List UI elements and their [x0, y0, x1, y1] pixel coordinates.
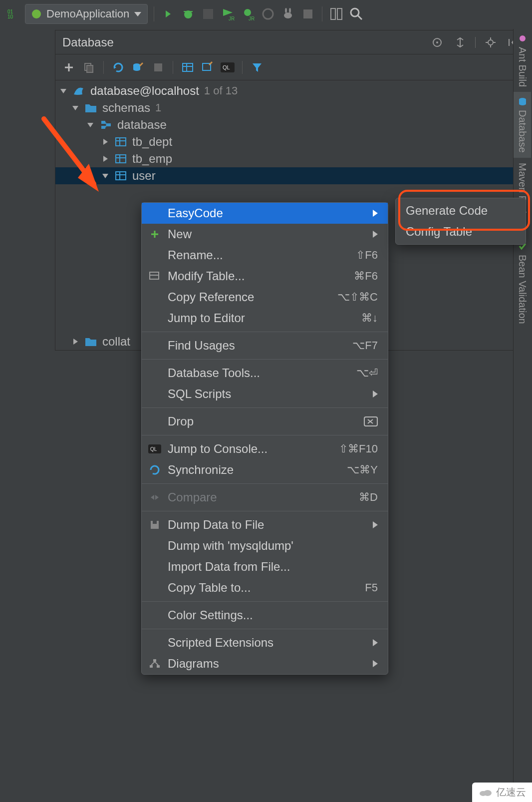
chevron-right-icon[interactable]: [101, 139, 109, 145]
svg-point-13: [289, 8, 291, 13]
tree-schema-node[interactable]: database: [55, 116, 529, 133]
search-icon[interactable]: [348, 6, 364, 22]
svg-rect-44: [107, 123, 111, 126]
diagram-icon: [148, 659, 162, 669]
refresh-icon[interactable]: [111, 60, 126, 75]
table-icon[interactable]: [180, 60, 195, 75]
tree-table-node[interactable]: tb_dept: [55, 133, 529, 150]
menu-item-sql-scripts[interactable]: SQL Scripts: [142, 384, 388, 404]
menu-item-color-settings[interactable]: Color Settings...: [142, 605, 388, 626]
menu-item-import-data[interactable]: Import Data from File...: [142, 556, 388, 577]
submenu-label: Config Table: [406, 225, 516, 239]
datasource-label: database@localhost: [90, 84, 199, 98]
refresh-icon: [148, 464, 162, 475]
chevron-down-icon: [134, 12, 141, 16]
run-icon[interactable]: [160, 6, 176, 22]
svg-rect-15: [331, 8, 335, 19]
table-edit-icon: [148, 271, 162, 281]
submenu-easycode: Generate Code Config Table: [395, 198, 526, 245]
profiler-icon[interactable]: [260, 6, 276, 22]
debug-jr-icon[interactable]: JR: [240, 6, 256, 22]
menu-item-copy-table[interactable]: Copy Table to... F5: [142, 577, 388, 598]
side-tab-bean-validation[interactable]: Bean Validation: [514, 237, 531, 329]
menu-label: New: [168, 227, 367, 241]
svg-point-22: [488, 40, 493, 45]
menu-item-rename[interactable]: Rename... ⇧F6: [142, 245, 388, 266]
svg-text:10: 10: [7, 14, 13, 19]
menu-shortcut: ⌥F7: [352, 339, 378, 352]
split-icon[interactable]: [452, 34, 468, 50]
menu-item-easycode[interactable]: EasyCode: [142, 203, 388, 224]
console-badge-icon[interactable]: QL: [220, 60, 235, 75]
main-toolbar: 0110 DemoApplication JR JR: [0, 0, 532, 28]
svg-rect-47: [116, 138, 126, 146]
layout-icon[interactable]: [328, 6, 344, 22]
menu-item-dump-to-file[interactable]: Dump Data to File: [142, 514, 388, 535]
menu-item-drop[interactable]: Drop: [142, 411, 388, 432]
schema-label: database: [117, 118, 167, 132]
chevron-right-icon: [373, 210, 378, 217]
menu-item-find-usages[interactable]: Find Usages ⌥F7: [142, 335, 388, 356]
gear-icon[interactable]: [483, 34, 499, 50]
tree-table-node[interactable]: tb_emp: [55, 150, 529, 167]
menu-separator: [142, 511, 388, 511]
menu-item-synchronize[interactable]: Synchronize ⌥⌘Y: [142, 459, 388, 480]
tree-schemas-node[interactable]: schemas 1: [55, 99, 529, 116]
svg-rect-53: [116, 172, 126, 180]
datasource-props-icon[interactable]: [131, 60, 146, 75]
tree-table-node-selected[interactable]: user: [55, 167, 529, 184]
binary-download-icon[interactable]: 0110: [5, 6, 21, 22]
copy-icon[interactable]: [81, 60, 96, 75]
menu-item-new[interactable]: New: [142, 224, 388, 245]
filter-icon[interactable]: [250, 60, 265, 75]
side-tab-ant-build[interactable]: Ant Build: [514, 29, 531, 92]
chevron-right-icon[interactable]: [101, 156, 109, 162]
chevron-down-icon[interactable]: [101, 174, 109, 178]
rabbit-icon[interactable]: [280, 6, 296, 22]
add-icon[interactable]: [61, 60, 76, 75]
stop-square-icon[interactable]: [151, 60, 166, 75]
menu-item-scripted-extensions[interactable]: Scripted Extensions: [142, 632, 388, 653]
menu-item-diagrams[interactable]: Diagrams: [142, 653, 388, 674]
run-configuration-selector[interactable]: DemoApplication: [25, 4, 148, 24]
separator: [173, 61, 173, 74]
svg-rect-16: [337, 8, 342, 19]
chevron-down-icon[interactable]: [71, 106, 79, 110]
chevron-down-icon[interactable]: [86, 123, 94, 127]
submenu-item-config-table[interactable]: Config Table: [396, 221, 526, 242]
collations-label: collat: [102, 335, 130, 349]
svg-rect-71: [157, 665, 160, 668]
menu-item-jump-to-console[interactable]: QL Jump to Console... ⇧⌘F10: [142, 438, 388, 459]
menu-item-dump-mysqldump[interactable]: Dump with 'mysqldump': [142, 535, 388, 556]
chevron-down-icon[interactable]: [59, 89, 67, 93]
menu-item-database-tools[interactable]: Database Tools... ⌥⏎: [142, 363, 388, 384]
target-icon[interactable]: [429, 34, 445, 50]
mysql-dolphin-icon: [72, 84, 85, 97]
edit-table-icon[interactable]: [200, 60, 215, 75]
debug-icon[interactable]: [180, 6, 196, 22]
menu-label: Compare: [168, 490, 353, 504]
menu-label: Color Settings...: [168, 608, 378, 622]
side-tab-database[interactable]: Database: [514, 92, 531, 158]
menu-item-copy-reference[interactable]: Copy Reference ⌥⇧⌘C: [142, 287, 388, 308]
ant-icon: [518, 34, 527, 43]
menu-separator: [142, 359, 388, 360]
separator: [103, 61, 104, 74]
folder-icon: [84, 101, 97, 114]
tree-datasource-node[interactable]: database@localhost 1 of 13: [55, 82, 529, 99]
stop-icon[interactable]: [300, 6, 316, 22]
chevron-right-icon: [373, 660, 378, 667]
coverage-icon[interactable]: [200, 6, 216, 22]
menu-separator: [142, 435, 388, 435]
menu-label: Database Tools...: [168, 366, 350, 380]
side-tab-label: Ant Build: [517, 47, 528, 87]
menu-item-jump-to-editor[interactable]: Jump to Editor ⌘↓: [142, 308, 388, 329]
chevron-right-icon[interactable]: [71, 339, 79, 345]
submenu-item-generate-code[interactable]: Generate Code: [396, 200, 526, 221]
run-jr-icon[interactable]: JR: [220, 6, 236, 22]
table-icon: [114, 169, 127, 182]
menu-item-modify-table[interactable]: Modify Table... ⌘F6: [142, 266, 388, 287]
svg-point-17: [351, 8, 359, 16]
svg-point-2: [32, 9, 41, 18]
svg-line-73: [155, 662, 158, 665]
